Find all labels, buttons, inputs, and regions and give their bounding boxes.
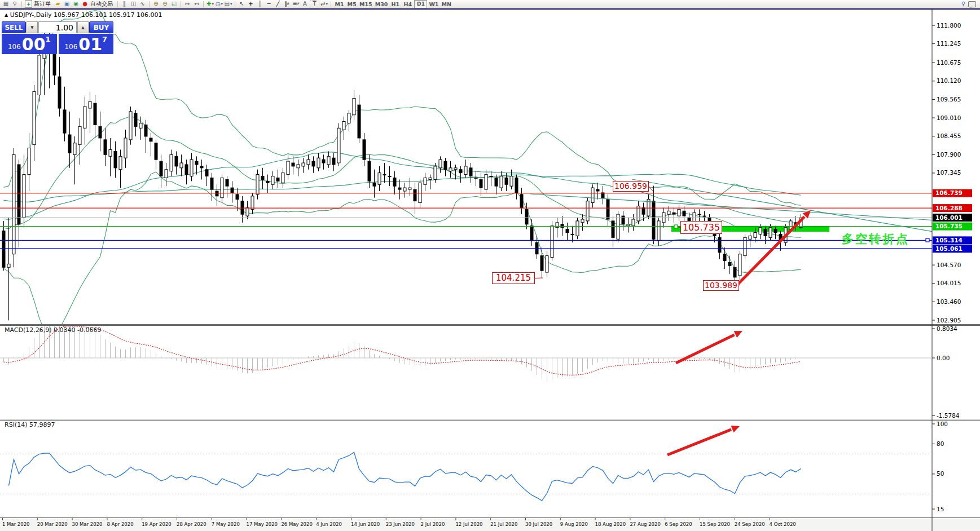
window-border bbox=[0, 8, 980, 10]
horizontal-line-icon[interactable]: ─ bbox=[265, 1, 273, 8]
macd-name: MACD(12,26,9) bbox=[5, 326, 52, 334]
volume-increase-button[interactable]: ▲ bbox=[77, 21, 89, 33]
svg-text:109.010: 109.010 bbox=[937, 114, 961, 121]
text-label-icon[interactable]: T bbox=[310, 0, 319, 8]
timeframe-m1[interactable]: M1 bbox=[333, 1, 345, 8]
svg-text:104.570: 104.570 bbox=[937, 262, 961, 268]
date-label: 1 Mar 2020 bbox=[2, 521, 29, 527]
date-label: 7 May 2020 bbox=[212, 521, 240, 527]
svg-text:107.345: 107.345 bbox=[937, 169, 961, 176]
autotrading-label[interactable]: 自动交易 bbox=[90, 0, 113, 8]
date-label: 30 Jul 2020 bbox=[525, 521, 552, 527]
object-handle[interactable] bbox=[926, 238, 929, 242]
line-chart-icon[interactable]: ∿ bbox=[138, 1, 147, 8]
buy-price-display[interactable]: 106 01 7 bbox=[59, 34, 114, 54]
svg-text:103.460: 103.460 bbox=[937, 298, 961, 305]
add-indicator-icon[interactable]: ✚▾ bbox=[206, 1, 214, 8]
svg-text:15: 15 bbox=[937, 506, 944, 512]
date-label: 18 Aug 2020 bbox=[595, 521, 626, 527]
price-label-box[interactable]: 106.959 bbox=[613, 181, 649, 192]
chat-icon[interactable] bbox=[968, 1, 976, 7]
svg-text:50: 50 bbox=[937, 470, 944, 477]
svg-text:110.675: 110.675 bbox=[937, 59, 961, 66]
macd-value-signal: -0.0669 bbox=[77, 326, 101, 334]
vertical-line-icon[interactable]: │ bbox=[256, 1, 264, 8]
collapse-triangle-icon[interactable]: ▲ bbox=[5, 12, 8, 17]
new-order-label[interactable]: 新订单 bbox=[34, 0, 51, 8]
date-label: 23 Jun 2020 bbox=[386, 521, 415, 527]
date-label: 19 Apr 2020 bbox=[142, 521, 172, 527]
arrows-icon[interactable]: ⇄▾ bbox=[320, 1, 328, 8]
cursor-icon[interactable]: ↖ bbox=[238, 1, 246, 8]
trendlines[interactable] bbox=[530, 179, 937, 232]
terminal-icon[interactable]: ▣ bbox=[63, 1, 71, 8]
buy-price-main: 01 bbox=[78, 36, 102, 53]
price-label-box[interactable]: 105.735 bbox=[680, 221, 722, 234]
trend-arrows[interactable] bbox=[667, 210, 811, 455]
date-label: 4 Oct 2020 bbox=[770, 521, 796, 527]
candlestick-chart-icon[interactable]: ◫ bbox=[129, 1, 138, 8]
svg-text:80: 80 bbox=[937, 440, 944, 447]
text-icon[interactable]: A bbox=[301, 1, 309, 8]
zoom-in-icon[interactable]: ⊕ bbox=[152, 1, 160, 8]
timeframe-h4[interactable]: H4 bbox=[402, 1, 414, 8]
templates-icon[interactable]: ▤▾ bbox=[224, 1, 232, 8]
object-handle[interactable] bbox=[674, 225, 678, 228]
volume-decrease-button[interactable]: ▼ bbox=[27, 21, 38, 33]
price-label-box[interactable]: 103.989 bbox=[703, 280, 739, 291]
ohlc-values: 105.967 106.101 105.917 106.001 bbox=[54, 11, 162, 19]
auto-scroll-icon[interactable]: ↦ bbox=[183, 1, 192, 8]
one-click-trade-panel: SELL ▼ ▲ BUY 106 00 1 106 01 7 bbox=[2, 21, 113, 54]
date-label: 28 Apr 2020 bbox=[177, 521, 206, 527]
timeframe-m15[interactable]: M15 bbox=[358, 1, 373, 8]
sell-button[interactable]: SELL bbox=[2, 21, 26, 33]
volume-input[interactable] bbox=[38, 21, 77, 33]
buy-button[interactable]: BUY bbox=[89, 21, 113, 33]
macd-value-main: 0.0340 bbox=[54, 326, 76, 334]
svg-text:100: 100 bbox=[937, 421, 948, 427]
timeframe-h1[interactable]: H1 bbox=[389, 1, 401, 8]
bar-chart-icon[interactable]: ‖ bbox=[120, 1, 129, 8]
date-label: 27 Aug 2020 bbox=[630, 521, 660, 527]
chart-window-icon[interactable]: ▦ bbox=[2, 1, 10, 8]
sell-price-display[interactable]: 106 00 1 bbox=[2, 34, 57, 54]
market-icon[interactable]: ▰ bbox=[54, 1, 62, 8]
svg-text:111.800: 111.800 bbox=[937, 22, 961, 29]
date-label: 2 Jul 2020 bbox=[421, 521, 445, 527]
timeframe-mn[interactable]: MN bbox=[440, 1, 452, 8]
search-icon[interactable]: ⚲ bbox=[959, 1, 968, 8]
tile-windows-icon[interactable]: ◱ bbox=[170, 1, 178, 8]
svg-text:106.001: 106.001 bbox=[935, 214, 963, 221]
chart-canvas[interactable]: 111.800111.245110.675110.120109.565109.0… bbox=[0, 0, 980, 531]
date-label: 30 Mar 2020 bbox=[72, 521, 103, 527]
autotrading-icon[interactable]: ● bbox=[81, 1, 89, 8]
trendline-icon[interactable]: ╱ bbox=[274, 1, 282, 8]
timeframe-m5[interactable]: M5 bbox=[346, 1, 358, 8]
buy-price-base: 106 bbox=[64, 43, 77, 51]
pivot-note-text[interactable]: 多空转折点 bbox=[842, 231, 909, 247]
new-order-icon[interactable]: + bbox=[24, 1, 33, 8]
date-label: 6 Sep 2020 bbox=[665, 521, 692, 527]
profiles-search-icon[interactable]: ⚲ bbox=[11, 1, 19, 8]
crosshair-icon[interactable]: + bbox=[247, 1, 255, 8]
sell-price-base: 106 bbox=[8, 43, 21, 51]
zoom-out-icon[interactable]: ⊖ bbox=[161, 1, 169, 8]
new-order-doc-icon: + bbox=[25, 0, 32, 8]
timeframe-d1[interactable]: D1 bbox=[414, 0, 427, 8]
rsi-value: 57.9897 bbox=[29, 421, 55, 428]
fibonacci-icon[interactable]: ≡F bbox=[292, 1, 300, 8]
toolbar-separator bbox=[235, 1, 235, 7]
signals-icon[interactable]: ◉ bbox=[72, 1, 80, 8]
timeframe-m30[interactable]: M30 bbox=[374, 1, 389, 8]
price-label-box[interactable]: 104.215 bbox=[492, 272, 535, 284]
price-axis-background[interactable] bbox=[933, 10, 980, 531]
date-label: 26 May 2020 bbox=[281, 521, 312, 527]
chart-shift-icon[interactable]: ↤ bbox=[192, 1, 201, 8]
equidistant-channel-icon[interactable]: ∥E bbox=[283, 1, 291, 8]
rsi-name: RSI(14) bbox=[5, 421, 27, 428]
svg-text:107.900: 107.900 bbox=[937, 151, 961, 158]
svg-text:109.565: 109.565 bbox=[937, 96, 961, 103]
timeframe-w1[interactable]: W1 bbox=[428, 1, 440, 8]
toolbar-separator bbox=[203, 1, 204, 7]
periods-icon[interactable]: ◷▾ bbox=[215, 1, 223, 8]
